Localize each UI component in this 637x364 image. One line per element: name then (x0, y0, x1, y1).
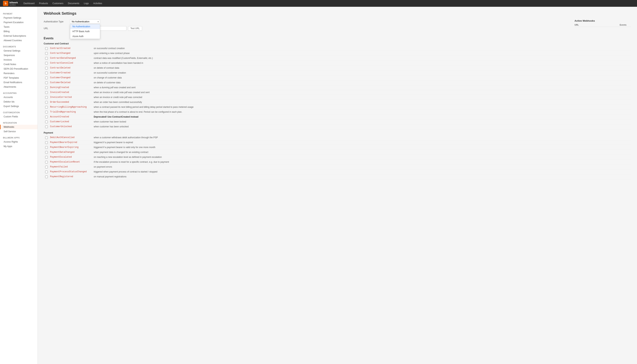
event-name-CustomerChanged: CustomerChanged (50, 76, 92, 79)
event-checkbox-TrialEndApproaching[interactable] (45, 111, 48, 114)
event-desc-PaymentBearerExpired: triggered if a payment bearer is expired (94, 141, 629, 144)
auth-type-select[interactable]: No Authentication HTTP Basic Auth Azure … (70, 20, 100, 24)
event-row: DebitAuthCancelled when a customer withd… (44, 135, 631, 140)
event-desc-PaymentEscalationReset: if the escalation process is reset for a… (94, 161, 629, 163)
sidebar-item-credit-notes[interactable]: Credit Notes (0, 62, 38, 66)
sidebar-item-my-apps[interactable]: My Apps (0, 144, 38, 148)
sidebar-item-self-service[interactable]: Self-Service (0, 129, 38, 134)
nav-item-dashboard[interactable]: Dashboard (22, 1, 37, 6)
event-row: OrderSucceeded when an order has been co… (44, 100, 631, 105)
event-desc-CustomerUnlocked: when customer has been unlocked (94, 125, 629, 128)
sidebar-item-accounts[interactable]: Accounts (0, 95, 38, 100)
event-name-CustomerDeleted: CustomerDeleted (50, 81, 92, 84)
event-name-CustomerUnlocked: CustomerUnlocked (50, 125, 92, 128)
sidebar-item-allowed-countries[interactable]: Allowed Countries (0, 38, 38, 43)
event-checkbox-PaymentDataChanged[interactable] (45, 151, 48, 154)
nav-item-logs[interactable]: Logs (82, 1, 91, 6)
event-name-ContractCancelled: ContractCancelled (50, 62, 92, 64)
auth-type-control: No Authentication HTTP Basic Auth Azure … (70, 20, 100, 24)
event-row: DunningCreated when a dunning pdf was cr… (44, 85, 631, 90)
event-checkbox-PaymentFailed[interactable] (45, 166, 48, 168)
sidebar-item-taxes[interactable]: Taxes (0, 25, 38, 29)
event-checkbox-ContractChanged[interactable] (45, 52, 48, 55)
sidebar-item-attachments[interactable]: Attachments (0, 85, 38, 89)
event-checkbox-DebitAuthCancelled[interactable] (45, 136, 48, 139)
event-checkbox-InvoiceCorrected[interactable] (45, 96, 48, 99)
events-group-title-0: Customer and Contract (44, 42, 631, 45)
sidebar-item-export-settings[interactable]: Export Settings (0, 104, 38, 108)
nav-item-documents[interactable]: Documents (66, 1, 81, 6)
layout: PAYMENT Payment Settings Payment Escalat… (0, 7, 637, 364)
event-checkbox-AccountCreated[interactable] (45, 116, 48, 118)
nav-item-activities[interactable]: Activities (92, 1, 104, 6)
event-row: ContractDataChanged contract data was mo… (44, 56, 631, 61)
event-checkbox-CustomerDeleted[interactable] (45, 82, 48, 84)
url-row: URL Test URL (44, 26, 574, 31)
event-checkbox-CustomerUnlocked[interactable] (45, 126, 48, 128)
event-checkbox-DunningCreated[interactable] (45, 86, 48, 89)
event-checkbox-PaymentEscalated[interactable] (45, 156, 48, 158)
sidebar-section-documents: DOCUMENTS General Settings Sequences Inv… (0, 44, 38, 89)
sidebar-item-payment-settings[interactable]: Payment Settings (0, 16, 38, 20)
nav-item-customers[interactable]: Customers (51, 1, 65, 6)
event-checkbox-PaymentBearerExpired[interactable] (45, 141, 48, 144)
event-name-OrderSucceeded: OrderSucceeded (50, 101, 92, 104)
sidebar-item-payment-escalation[interactable]: Payment Escalation (0, 20, 38, 25)
sidebar-item-invoices[interactable]: Invoices (0, 58, 38, 62)
active-webhooks-section: Active Webhooks URL Events (574, 20, 631, 33)
event-name-ContractDeleted: ContractDeleted (50, 66, 92, 69)
event-desc-AccountCreated: Deprecated! Use ContractCreated instead (94, 116, 629, 118)
event-desc-PaymentBearerExpiring: triggered if a payment bearer is valid o… (94, 146, 629, 148)
event-checkbox-PaymentProcessStatusChanged[interactable] (45, 170, 48, 173)
event-name-PaymentBearerExpired: PaymentBearerExpired (50, 141, 92, 144)
sidebar-item-webhooks[interactable]: Webhooks (0, 125, 38, 129)
event-name-ContractCreated: ContractCreated (50, 47, 92, 50)
sidebar-section-customization: CUSTOMIZATION Custom Fields (0, 110, 38, 119)
sidebar-item-email-notifications[interactable]: Email Notifications (0, 80, 38, 85)
nav-item-products[interactable]: Products (37, 1, 50, 6)
dropdown-item-basic-auth[interactable]: HTTP Basic Auth (70, 29, 100, 34)
event-row: InvoiceCreated when an invoice or credit… (44, 90, 631, 95)
dropdown-item-azure-auth[interactable]: Azure Auth (70, 34, 100, 39)
event-checkbox-InvoiceCreated[interactable] (45, 91, 48, 94)
test-url-button[interactable]: Test URL (128, 26, 142, 31)
event-checkbox-CustomerCreated[interactable] (45, 72, 48, 74)
event-desc-ContractChanged: upon entering a new contract phase (94, 52, 629, 54)
event-name-DebitAuthCancelled: DebitAuthCancelled (50, 136, 92, 139)
sidebar-item-debitor-ids[interactable]: Debitor Ids (0, 100, 38, 104)
sidebar-section-title-billwerk-apps: BILLWERK APPS (0, 135, 38, 140)
sidebar-item-reminders[interactable]: Reminders (0, 71, 38, 76)
event-checkbox-PaymentEscalationReset[interactable] (45, 161, 48, 164)
event-checkbox-PaymentRegistered[interactable] (45, 176, 48, 178)
event-checkbox-OrderSucceeded[interactable] (45, 101, 48, 104)
sidebar-item-pdf-templates[interactable]: PDF Templates (0, 76, 38, 80)
event-row: AccountCreated Deprecated! Use ContractC… (44, 114, 631, 120)
sidebar-item-sepa-dd[interactable]: SEPA DD Prenotification (0, 66, 38, 71)
event-row: PaymentFailed on payment errors (44, 164, 631, 170)
sidebar-item-general-settings[interactable]: General Settings (0, 48, 38, 53)
event-desc-ContractCancelled: when a notice of cancellation has been h… (94, 62, 629, 64)
event-checkbox-ContractCancelled[interactable] (45, 62, 48, 64)
event-checkbox-RecurringBillingApproaching[interactable] (45, 106, 48, 108)
top-nav: b billwerk sandbox Dashboard Products Cu… (0, 0, 637, 7)
sidebar-item-sequences[interactable]: Sequences (0, 53, 38, 58)
event-checkbox-ContractDataChanged[interactable] (45, 57, 48, 60)
sidebar-item-external-subscriptions[interactable]: External Subscriptions (0, 34, 38, 38)
event-row: TrialEndApproaching when the trial phase… (44, 110, 631, 114)
nav-items: Dashboard Products Customers Documents L… (22, 1, 104, 6)
webhook-table-header: URL Events (574, 24, 631, 27)
event-checkbox-ContractDeleted[interactable] (45, 67, 48, 70)
sidebar-item-billing[interactable]: Billing (0, 29, 38, 34)
event-checkbox-CustomerLocked[interactable] (45, 120, 48, 123)
event-desc-CustomerCreated: on successful customer creation (94, 72, 629, 74)
event-checkbox-ContractCreated[interactable] (45, 47, 48, 50)
dropdown-item-no-auth[interactable]: No Authentication (70, 24, 100, 29)
sidebar-item-access-rights[interactable]: Access Rights (0, 140, 38, 144)
event-checkbox-PaymentBearerExpiring[interactable] (45, 146, 48, 149)
event-checkbox-CustomerChanged[interactable] (45, 76, 48, 79)
auth-type-label: Authentication Type (44, 20, 70, 23)
event-name-InvoiceCreated: InvoiceCreated (50, 91, 92, 94)
events-group-title-1: Payment (44, 132, 631, 134)
sidebar-item-custom-fields[interactable]: Custom Fields (0, 114, 38, 119)
logo: b billwerk sandbox (3, 1, 18, 6)
